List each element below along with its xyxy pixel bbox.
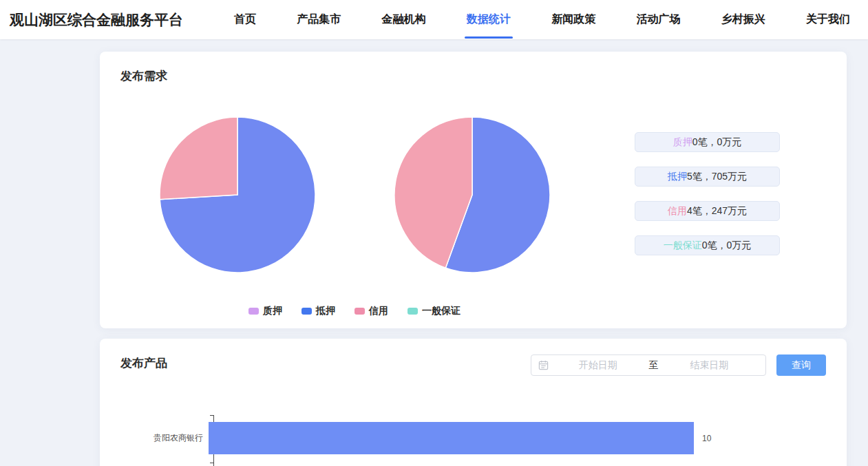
stat-key-pledge: 质押	[673, 136, 692, 149]
bar-guiyang-rural-bank	[209, 422, 694, 454]
stat-value-mortgage: 5笔，705万元	[687, 171, 747, 183]
demand-count-pie-chart	[393, 116, 551, 274]
bar-category-label: 贵阳农商银行	[100, 432, 209, 444]
main-nav: 首页 产品集市 金融机构 数据统计 新闻政策 活动广场 乡村振兴 关于我们	[234, 0, 850, 39]
query-button[interactable]: 查询	[776, 354, 826, 376]
end-date-input[interactable]: 结束日期	[660, 359, 759, 372]
demand-stats: 质押0笔，0万元 抵押5笔，705万元 信用4笔，247万元 一般保证0笔，0万…	[635, 132, 780, 270]
bar-row: 贵阳农商银行 10	[100, 422, 847, 454]
stat-key-guarantee: 一般保证	[664, 240, 702, 252]
date-range-picker[interactable]: 开始日期 至 结束日期	[531, 354, 766, 376]
demand-card: 发布需求 质押0笔，0万元 抵押5笔，705万元 信用4笔，247万元 一般保证…	[100, 52, 847, 328]
stat-key-mortgage: 抵押	[668, 171, 687, 183]
product-section-title: 发布产品	[120, 355, 167, 371]
legend-swatch-pledge	[248, 308, 259, 315]
stat-value-pledge: 0笔，0万元	[692, 136, 742, 149]
legend-label-guarantee: 一般保证	[422, 305, 461, 317]
stat-key-credit: 信用	[668, 205, 687, 218]
pie-legend: 质押 抵押 信用 一般保证	[100, 305, 609, 317]
product-card: 发布产品 开始日期 至 结束日期 查询 贵阳农商银行 10	[100, 339, 847, 466]
legend-label-credit: 信用	[369, 305, 388, 317]
nav-item-institutions[interactable]: 金融机构	[382, 0, 426, 39]
legend-item-credit[interactable]: 信用	[354, 305, 388, 317]
stat-badge-mortgage: 抵押5笔，705万元	[635, 167, 780, 187]
site-title: 观山湖区综合金融服务平台	[10, 10, 183, 30]
nav-item-about[interactable]: 关于我们	[806, 0, 850, 39]
top-header: 观山湖区综合金融服务平台 首页 产品集市 金融机构 数据统计 新闻政策 活动广场…	[0, 0, 868, 39]
legend-swatch-credit	[354, 308, 365, 315]
product-controls: 开始日期 至 结束日期 查询	[531, 354, 826, 376]
stat-badge-credit: 信用4笔，247万元	[635, 201, 780, 221]
nav-item-products[interactable]: 产品集市	[297, 0, 341, 39]
legend-swatch-guarantee	[407, 308, 418, 315]
axis-tick	[210, 415, 213, 416]
bar-value-label: 10	[702, 434, 711, 443]
legend-item-guarantee[interactable]: 一般保证	[407, 305, 461, 317]
nav-item-news[interactable]: 新闻政策	[551, 0, 595, 39]
legend-label-mortgage: 抵押	[316, 305, 335, 317]
product-bar-chart: 贵阳农商银行 10	[100, 422, 847, 466]
legend-item-pledge[interactable]: 质押	[248, 305, 282, 317]
calendar-icon	[538, 360, 549, 370]
stat-value-guarantee: 0笔，0万元	[702, 240, 752, 252]
axis-tick	[210, 463, 213, 463]
legend-label-pledge: 质押	[263, 305, 282, 317]
nav-item-rural[interactable]: 乡村振兴	[721, 0, 765, 39]
stat-value-credit: 4笔，247万元	[687, 205, 747, 218]
nav-item-activities[interactable]: 活动广场	[636, 0, 680, 39]
stat-badge-guarantee: 一般保证0笔，0万元	[635, 235, 780, 255]
nav-item-statistics[interactable]: 数据统计	[467, 0, 511, 39]
start-date-input[interactable]: 开始日期	[549, 359, 648, 372]
demand-section-title: 发布需求	[120, 68, 167, 84]
date-separator: 至	[648, 359, 660, 372]
stat-badge-pledge: 质押0笔，0万元	[635, 132, 780, 152]
legend-item-mortgage[interactable]: 抵押	[301, 305, 335, 317]
legend-swatch-mortgage	[301, 308, 312, 315]
nav-item-home[interactable]: 首页	[234, 0, 256, 39]
demand-amount-pie-chart	[158, 116, 317, 274]
